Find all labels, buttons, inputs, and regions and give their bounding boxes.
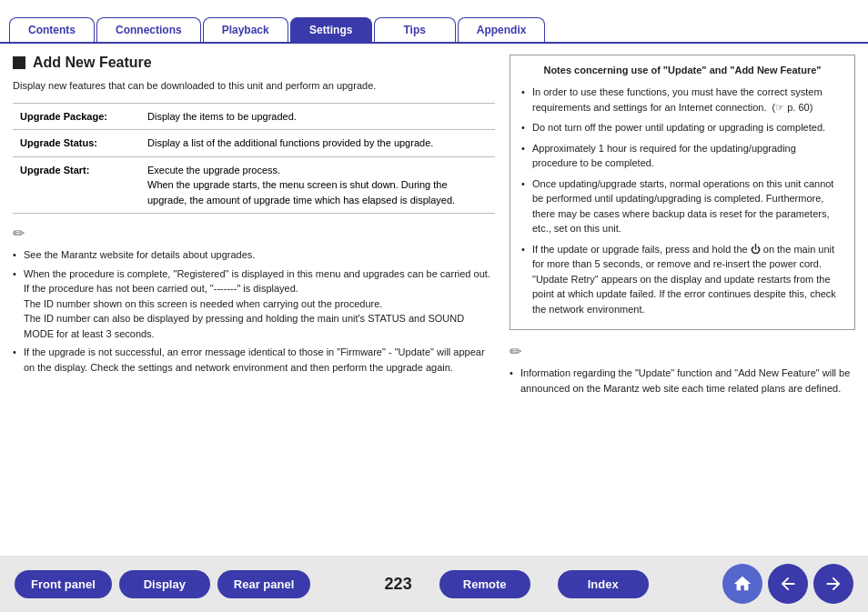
right-column: Notes concerning use of "Update" and "Ad… [510,55,855,542]
tab-settings[interactable]: Settings [290,17,372,42]
top-navigation: Contents Connections Playback Settings T… [0,0,868,44]
section-description: Display new features that can be downloa… [13,78,495,94]
notes-box-item: In order to use these functions, you mus… [521,83,843,118]
table-row: Upgrade Package: Display the items to be… [13,103,495,130]
table-label: Upgrade Package: [13,103,140,130]
notes-box: Notes concerning use of "Update" and "Ad… [510,55,855,330]
back-arrow-icon [778,574,798,594]
notes-box-item: Do not turn off the power until updating… [521,118,843,139]
tab-connections[interactable]: Connections [96,17,201,42]
notes-box-item: Approximately 1 hour is required for the… [521,139,843,175]
bottom-bar: Front panel Display Rear panel 223 Remot… [0,556,868,612]
notes-box-item: If the update or upgrade fails, press an… [521,240,843,321]
right-pencil-icon: ✏ [510,343,855,360]
table-value: Display the items to be upgraded. [140,103,495,130]
title-square-icon [13,56,25,69]
home-icon [732,574,752,594]
remote-button[interactable]: Remote [439,570,530,598]
table-label: Upgrade Start: [13,156,140,214]
right-note-item: Information regarding the "Update" funct… [510,364,855,397]
notes-box-list: In order to use these functions, you mus… [521,83,843,320]
table-value: Execute the upgrade process. When the up… [140,156,495,214]
front-panel-button[interactable]: Front panel [15,570,112,598]
back-button[interactable] [768,564,808,604]
page-number: 223 [385,575,412,594]
tab-tips[interactable]: Tips [374,17,456,42]
table-row: Upgrade Start: Execute the upgrade proce… [13,156,495,214]
section-title: Add New Feature [13,55,495,71]
note-pencil-icon: ✏ [13,225,495,242]
forward-arrow-icon [823,574,843,594]
tab-playback[interactable]: Playback [203,17,288,42]
table-row: Upgrade Status: Display a list of the ad… [13,130,495,157]
bottom-left-buttons: Front panel Display Rear panel [15,570,310,598]
notes-box-item: Once updating/upgrade starts, normal ope… [521,175,843,240]
note-item: See the Marantz website for details abou… [13,246,495,265]
section-notes: See the Marantz website for details abou… [13,246,495,376]
section-heading: Add New Feature [33,55,152,71]
table-value: Display a list of the additional functio… [140,130,495,157]
table-label: Upgrade Status: [13,130,140,157]
home-button[interactable] [722,564,762,604]
notes-box-title: Notes concerning use of "Update" and "Ad… [521,65,843,75]
bottom-center: 223 Remote Index [385,570,649,598]
display-button[interactable]: Display [119,570,210,598]
forward-button[interactable] [813,564,853,604]
rear-panel-button[interactable]: Rear panel [217,570,310,598]
main-content: Add New Feature Display new features tha… [0,44,868,553]
upgrade-table: Upgrade Package: Display the items to be… [13,103,495,215]
bottom-right-icons [722,564,853,604]
note-item: When the procedure is complete, "Registe… [13,265,495,344]
tab-appendix[interactable]: Appendix [458,17,546,42]
index-button[interactable]: Index [558,570,649,598]
left-column: Add New Feature Display new features tha… [13,55,495,542]
right-info-notes: Information regarding the "Update" funct… [510,364,855,397]
note-item: If the upgrade is not successful, an err… [13,343,495,376]
tab-contents[interactable]: Contents [9,17,95,42]
